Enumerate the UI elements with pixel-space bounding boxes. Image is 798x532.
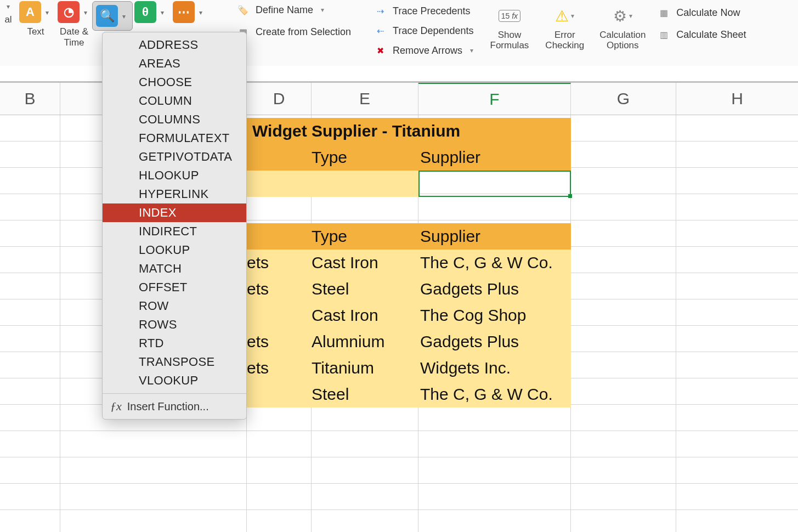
row-supplier: The Cog Shop: [420, 302, 526, 329]
chevron-down-icon: ▾: [84, 9, 87, 16]
show-formulas-button[interactable]: 15 fx Show Formulas: [490, 1, 529, 50]
col-header-g[interactable]: G: [571, 83, 676, 115]
active-cell[interactable]: [418, 171, 571, 197]
remove-arrows-icon: ✖: [373, 44, 387, 56]
row-supplier: The C, G & W Co.: [420, 250, 553, 276]
row-d-fragment: ets: [247, 250, 269, 276]
auditing-section: ⇢ Trace Precedents ⇠ Trace Dependents ✖ …: [373, 1, 473, 59]
row-type: Alumnium: [312, 329, 384, 355]
col-header-h[interactable]: H: [676, 83, 798, 115]
grid-row[interactable]: [0, 431, 798, 457]
header2-type: Type: [312, 223, 347, 250]
function-item-choose[interactable]: CHOOSE: [103, 73, 246, 92]
error-checking-button[interactable]: ⚠▾ Error Checking: [545, 1, 584, 50]
function-item-hyperlink[interactable]: HYPERLINK: [103, 185, 246, 203]
tag-icon: 🏷️: [236, 4, 250, 16]
chevron-down-icon: ▾: [7, 3, 10, 10]
trace-precedents-button[interactable]: ⇢ Trace Precedents: [373, 2, 473, 20]
col-header-e[interactable]: E: [312, 83, 418, 115]
function-item-getpivotdata[interactable]: GETPIVOTDATA: [103, 148, 246, 166]
insert-function-item[interactable]: ƒx Insert Function...: [103, 393, 246, 419]
row-type: Steel: [312, 276, 349, 302]
function-item-hlookup[interactable]: HLOOKUP: [103, 166, 246, 185]
define-name-button[interactable]: 🏷️ Define Name ▾: [236, 1, 351, 19]
more-icon: ⋯: [173, 1, 195, 23]
row-d-fragment: ets: [247, 355, 269, 381]
col-header-f[interactable]: F: [418, 83, 571, 115]
chevron-down-icon: ▾: [571, 12, 574, 20]
function-item-index[interactable]: INDEX: [103, 203, 246, 222]
text-icon: A: [19, 1, 41, 23]
function-item-offset[interactable]: OFFSET: [103, 278, 246, 297]
category-more[interactable]: ⋯ ▾: [170, 1, 208, 23]
function-item-vlookup[interactable]: VLOOKUP: [103, 371, 246, 390]
header1-supplier: Supplier: [420, 144, 480, 171]
row-type: Cast Iron: [312, 302, 378, 329]
row-supplier: Widgets Inc.: [420, 355, 511, 381]
calc-now-icon: ▦: [656, 7, 671, 19]
row-d-fragment: ets: [247, 329, 269, 355]
col-header-d[interactable]: D: [247, 83, 312, 115]
function-item-areas[interactable]: AREAS: [103, 54, 246, 73]
function-item-columns[interactable]: COLUMNS: [103, 110, 246, 129]
theta-icon: θ: [134, 1, 156, 23]
col-header-b[interactable]: B: [0, 83, 60, 115]
category-lookup[interactable]: 🔍 ▾: [93, 1, 132, 34]
sheet-title: Widget Supplier - Titanium: [247, 118, 571, 144]
chevron-down-icon: ▾: [46, 9, 49, 16]
function-item-match[interactable]: MATCH: [103, 259, 246, 278]
grid-row[interactable]: [0, 510, 798, 532]
chevron-down-icon: ▾: [122, 13, 126, 20]
search-icon: 🔍: [96, 5, 118, 27]
function-item-lookup[interactable]: LOOKUP: [103, 241, 246, 259]
create-from-selection-button[interactable]: ▦ Create from Selection: [236, 23, 351, 41]
input-row-yellow: [247, 171, 418, 197]
calc-sheet-icon: ▥: [656, 29, 671, 41]
calculate-now-button[interactable]: ▦ Calculate Now: [656, 4, 746, 21]
function-item-column[interactable]: COLUMN: [103, 92, 246, 110]
function-dropdown[interactable]: ADDRESSAREASCHOOSECOLUMNCOLUMNSFORMULATE…: [102, 32, 247, 420]
names-section: 🏷️ Define Name ▾ ▦ Create from Selection: [236, 1, 351, 41]
trace-dependents-button[interactable]: ⇠ Trace Dependents: [373, 22, 473, 39]
row-d-fragment: ets: [247, 276, 269, 302]
header1-band: [247, 144, 571, 171]
header2-band: [247, 223, 571, 250]
chevron-down-icon: ▾: [629, 12, 632, 20]
function-item-transpose[interactable]: TRANSPOSE: [103, 353, 246, 371]
calculate-sheet-button[interactable]: ▥ Calculate Sheet: [656, 26, 746, 43]
category-math[interactable]: θ ▾: [132, 1, 170, 23]
function-item-rows[interactable]: ROWS: [103, 315, 246, 334]
trace-dependents-icon: ⇠: [373, 25, 387, 37]
function-item-row[interactable]: ROW: [103, 297, 246, 315]
row-supplier: The C, G & W Co.: [420, 381, 553, 408]
function-item-address[interactable]: ADDRESS: [103, 36, 246, 54]
fill-handle[interactable]: [568, 194, 572, 198]
calculation-options-button[interactable]: ⚙▾ Calculation Options: [599, 1, 646, 50]
row-supplier: Gadgets Plus: [420, 276, 519, 302]
row-supplier: Gadgets Plus: [420, 329, 519, 355]
function-item-rtd[interactable]: RTD: [103, 334, 246, 353]
grid-row[interactable]: [0, 457, 798, 484]
function-item-indirect[interactable]: INDIRECT: [103, 222, 246, 241]
row-type: Steel: [312, 381, 349, 408]
chevron-down-icon: ▾: [161, 9, 164, 16]
row-type: Titanium: [312, 355, 374, 381]
remove-arrows-button[interactable]: ✖ Remove Arrows ▾: [373, 42, 473, 59]
grid-row[interactable]: [0, 484, 798, 510]
chevron-down-icon: ▾: [199, 9, 202, 16]
chevron-down-icon: ▾: [321, 6, 324, 14]
category-partial[interactable]: ▾ al: [0, 1, 16, 25]
clock-icon: ◔: [58, 1, 80, 23]
chevron-down-icon: ▾: [470, 47, 473, 54]
header2-supplier: Supplier: [420, 223, 480, 250]
header1-type: Type: [312, 144, 347, 171]
fx-icon: ƒx: [110, 399, 122, 414]
category-datetime[interactable]: ◔ ▾ Date & Time: [55, 1, 93, 48]
category-text[interactable]: A ▾ Text: [16, 1, 55, 37]
trace-precedents-icon: ⇢: [373, 5, 387, 17]
calc-section: ▦ Calculate Now ▥ Calculate Sheet: [656, 1, 746, 43]
row-type: Cast Iron: [312, 250, 378, 276]
function-item-formulatext[interactable]: FORMULATEXT: [103, 129, 246, 148]
